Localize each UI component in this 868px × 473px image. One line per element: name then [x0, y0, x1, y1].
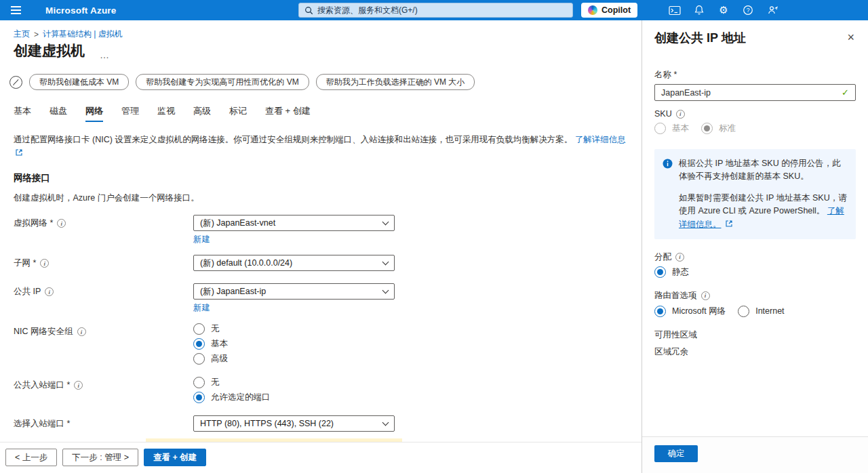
- wizard-tabs: 基本 磁盘 网络 管理 监视 高级 标记 查看 + 创建: [14, 105, 642, 122]
- radio-unselected-icon[interactable]: [193, 323, 205, 335]
- svg-text:?: ?: [747, 7, 750, 14]
- radio-selected-icon[interactable]: [654, 266, 666, 278]
- nsg-label: NIC 网络安全组: [14, 326, 73, 337]
- create-public-ip-panel: 创建公共 IP 地址 × 名称 * JapanEast-ip ✓ SKU i: [642, 20, 868, 473]
- tab-review-create[interactable]: 查看 + 创建: [265, 105, 311, 122]
- name-label: 名称 *: [654, 69, 677, 81]
- tab-basics[interactable]: 基本: [14, 105, 31, 122]
- sku-basic-label: 基本: [672, 123, 689, 134]
- vnet-info-icon[interactable]: i: [57, 219, 66, 228]
- routing-info-icon[interactable]: i: [701, 291, 710, 300]
- nsg-info-icon[interactable]: i: [77, 327, 86, 336]
- inbound-ports-options: 无 允许选定的端口: [193, 377, 271, 403]
- tab-monitoring[interactable]: 监视: [157, 105, 175, 122]
- nsg-option-none[interactable]: 无: [193, 323, 228, 335]
- public-ip-info-icon[interactable]: i: [45, 287, 54, 296]
- cloud-shell-icon[interactable]: [667, 3, 682, 18]
- radio-unselected-icon[interactable]: [193, 377, 205, 388]
- next-management-button[interactable]: 下一步 : 管理 >: [62, 449, 138, 466]
- review-create-button[interactable]: 查看 + 创建: [144, 449, 206, 466]
- vnet-create-new: 新建: [193, 234, 642, 245]
- ports-option-allow-label: 允许选定的端口: [211, 392, 271, 403]
- name-label-group: 名称 *: [654, 69, 856, 81]
- inbound-ports-label-group: 公共入站端口 * i: [14, 377, 193, 391]
- helper-button-high-availability[interactable]: 帮助我创建专为实现高可用性而优化的 VM: [136, 74, 309, 90]
- close-icon[interactable]: ×: [843, 30, 859, 45]
- vnet-select[interactable]: (新) JapanEast-vnet: [193, 215, 395, 231]
- previous-button[interactable]: < 上一步: [5, 449, 57, 466]
- description-text: 通过配置网络接口卡 (NIC) 设置来定义虚拟机的网络连接。你可通过安全组规则来…: [14, 135, 572, 144]
- learn-more-link[interactable]: 了解详细信息: [575, 135, 626, 144]
- select-ports-select[interactable]: HTTP (80), HTTPS (443), SSH (22): [193, 415, 395, 432]
- azure-brand[interactable]: Microsoft Azure: [45, 5, 117, 16]
- ports-option-allow-selected[interactable]: 允许选定的端口: [193, 392, 271, 403]
- vnet-create-new-link[interactable]: 新建: [193, 234, 210, 244]
- more-options-button[interactable]: …: [100, 49, 110, 60]
- availability-zone-value: 区域冗余: [654, 346, 856, 358]
- copilot-label: Copilot: [601, 5, 631, 15]
- tab-management[interactable]: 管理: [121, 105, 139, 122]
- notifications-bell-icon[interactable]: [692, 3, 707, 18]
- chevron-down-icon: [382, 259, 389, 266]
- info-line2: 如果暂时需要创建公共 IP 地址基本 SKU，请使用 Azure CLI 或 A…: [679, 193, 847, 215]
- hamburger-menu-icon[interactable]: [7, 3, 25, 17]
- panel-body: 名称 * JapanEast-ip ✓ SKU i 基本: [642, 46, 868, 358]
- info-banner: 根据公共 IP 地址基本 SKU 的停用公告，此体验不再支持创建新的基本 SKU…: [654, 149, 856, 239]
- availability-zone-label-text: 可用性区域: [654, 329, 697, 341]
- nsg-label-group: NIC 网络安全组 i: [14, 323, 193, 337]
- copilot-button[interactable]: Copilot: [581, 3, 637, 18]
- radio-selected-icon[interactable]: [654, 306, 666, 317]
- networking-form: 虚拟网络 * i (新) JapanEast-vnet 新建 子网 * i (新…: [14, 215, 642, 473]
- assignment-option-static[interactable]: 静态: [654, 266, 856, 278]
- assignment-info-icon[interactable]: i: [675, 253, 684, 262]
- tab-advanced[interactable]: 高级: [193, 105, 211, 122]
- select-ports-value: HTTP (80), HTTPS (443), SSH (22): [200, 419, 334, 428]
- name-input[interactable]: JapanEast-ip ✓: [654, 84, 856, 101]
- public-ip-select[interactable]: (新) JapanEast-ip: [193, 283, 395, 300]
- create-vm-main: 主页 > 计算基础结构 | 虚拟机 创建虚拟机 … 帮助我创建低成本 VM 帮助…: [0, 20, 642, 473]
- ports-option-none[interactable]: 无: [193, 377, 271, 388]
- helper-button-low-cost[interactable]: 帮助我创建低成本 VM: [29, 74, 129, 90]
- radio-unselected-icon[interactable]: [738, 306, 749, 317]
- routing-option-microsoft[interactable]: Microsoft 网络: [654, 306, 726, 317]
- radio-selected-icon[interactable]: [193, 338, 205, 350]
- public-ip-label-group: 公共 IP i: [14, 283, 193, 297]
- radio-selected-icon[interactable]: [193, 392, 205, 403]
- help-icon[interactable]: ?: [741, 3, 755, 18]
- assignment-label-group: 分配 i: [654, 251, 856, 263]
- public-ip-create-new-link[interactable]: 新建: [193, 303, 210, 312]
- info-line2-wrap: 如果暂时需要创建公共 IP 地址基本 SKU，请使用 Azure CLI 或 A…: [679, 192, 848, 231]
- info-circle-icon: [663, 159, 673, 169]
- tab-tags[interactable]: 标记: [229, 105, 247, 122]
- radio-unselected-icon[interactable]: [193, 353, 205, 365]
- sku-info-icon[interactable]: i: [676, 110, 685, 119]
- tab-networking[interactable]: 网络: [85, 105, 103, 122]
- breadcrumb-current-link[interactable]: 计算基础结构 | 虚拟机: [43, 28, 123, 40]
- inbound-ports-info-icon[interactable]: i: [74, 381, 83, 390]
- subnet-row: 子网 * i (新) default (10.0.0.0/24): [14, 255, 642, 271]
- select-ports-label: 选择入站端口 *: [14, 418, 70, 430]
- nsg-option-basic[interactable]: 基本: [193, 338, 228, 350]
- sku-standard-label: 标准: [719, 123, 736, 134]
- assignment-label: 分配: [654, 251, 671, 263]
- ports-option-none-label: 无: [211, 377, 220, 388]
- subnet-info-icon[interactable]: i: [40, 259, 49, 268]
- settings-gear-icon[interactable]: ⚙: [716, 3, 731, 18]
- routing-option-internet[interactable]: Internet: [738, 306, 784, 317]
- name-value: JapanEast-ip: [661, 88, 711, 98]
- feedback-person-icon[interactable]: [765, 3, 780, 18]
- nsg-option-advanced[interactable]: 高级: [193, 353, 228, 365]
- subnet-select[interactable]: (新) default (10.0.0.0/24): [193, 255, 395, 271]
- global-search-input[interactable]: 搜索资源、服务和文档(G+/): [298, 3, 573, 18]
- sku-label: SKU: [654, 109, 672, 119]
- breadcrumb-home-link[interactable]: 主页: [14, 28, 30, 40]
- public-ip-label: 公共 IP: [14, 286, 41, 297]
- select-ports-row: 选择入站端口 * HTTP (80), HTTPS (443), SSH (22…: [14, 415, 642, 432]
- helper-button-vm-size[interactable]: 帮助我为工作负载选择正确的 VM 大小: [316, 74, 475, 90]
- tab-disks[interactable]: 磁盘: [50, 105, 67, 122]
- info-line1: 根据公共 IP 地址基本 SKU 的停用公告，此体验不再支持创建新的基本 SKU…: [679, 157, 848, 184]
- assignment-group: 分配 i 静态: [654, 251, 856, 278]
- ok-button[interactable]: 确定: [654, 445, 698, 462]
- panel-title: 创建公共 IP 地址: [654, 30, 746, 46]
- panel-footer: 确定: [642, 436, 868, 473]
